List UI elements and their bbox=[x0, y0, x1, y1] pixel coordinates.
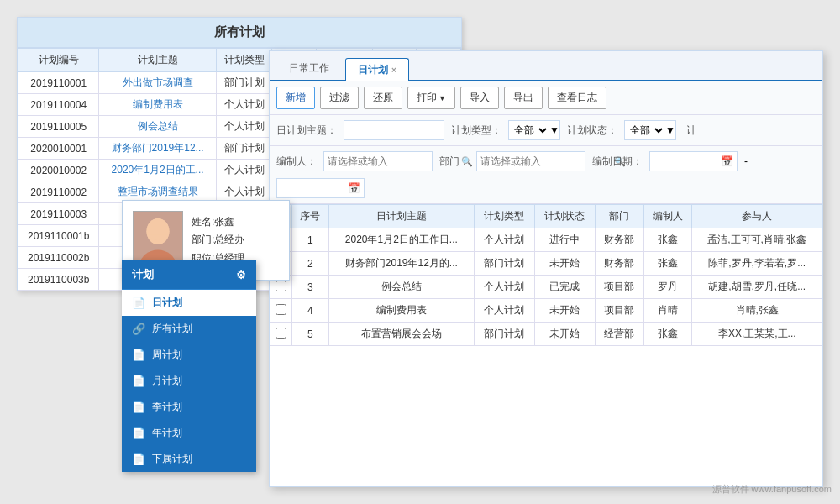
table-row[interactable]: 12020年1月2日的工作日...个人计划进行中财务部张鑫孟洁,王可可,肖晴,张… bbox=[270, 228, 822, 252]
dept-input-combo[interactable]: 🔍 bbox=[476, 151, 585, 171]
table-row[interactable]: 5布置营销展会会场部门计划未开始经营部张鑫李XX,王某某,王... bbox=[270, 323, 822, 346]
main-col-header: 计划状态 bbox=[534, 205, 595, 228]
status-label: 计划状态： bbox=[567, 123, 617, 138]
main-col-header: 部门 bbox=[595, 205, 643, 228]
row-checkbox[interactable] bbox=[276, 304, 286, 315]
sidebar-item-label: 周计划 bbox=[152, 348, 182, 362]
sidebar-item-label: 年计划 bbox=[152, 426, 182, 440]
plan-theme-link[interactable]: 布置营销展会会场 bbox=[328, 323, 474, 346]
sidebar-header: 计划 ⚙ bbox=[122, 260, 256, 290]
dept-input[interactable] bbox=[477, 152, 610, 171]
export-button[interactable]: 导出 bbox=[504, 87, 543, 109]
status-select[interactable]: 全部 bbox=[625, 121, 665, 139]
extra-label: 计 bbox=[686, 123, 696, 138]
sidebar-item-所有计划[interactable]: 🔗所有计划 bbox=[122, 316, 256, 342]
sidebar-title: 计划 bbox=[132, 267, 154, 282]
table-row[interactable]: 4编制费用表个人计划未开始项目部肖晴肖晴,张鑫 bbox=[270, 299, 822, 323]
theme-label: 日计划主题： bbox=[276, 123, 337, 138]
plan-theme-link[interactable]: 编制费用表 bbox=[328, 299, 474, 323]
date-label: 编制日期： bbox=[592, 155, 643, 169]
date-to-input[interactable]: 📅 bbox=[276, 178, 365, 198]
bg-col-header: 计划编号 bbox=[18, 49, 99, 72]
search-bar-row2: 编制人： 🔍 部门： 🔍 编制日期： 📅 - 📅 bbox=[270, 146, 822, 204]
sidebar-item-下属计划[interactable]: 📄下属计划 bbox=[122, 446, 256, 472]
user-info: 姓名:张鑫 部门:总经办 职位:总经理 bbox=[192, 213, 244, 268]
new-button[interactable]: 新增 bbox=[276, 87, 315, 109]
import-button[interactable]: 导入 bbox=[460, 87, 499, 109]
toolbar: 新增 过滤 还原 打印 ▼ 导入 导出 查看日志 bbox=[270, 81, 822, 115]
bg-panel-title: 所有计划 bbox=[18, 18, 461, 48]
sidebar-item-日计划[interactable]: 📄日计划 bbox=[122, 290, 256, 316]
date-from-input[interactable]: 📅 bbox=[649, 151, 738, 171]
sidebar-icon: 📄 bbox=[132, 427, 145, 439]
sidebar-item-label: 月计划 bbox=[152, 374, 182, 388]
type-label: 计划类型： bbox=[451, 123, 501, 138]
editor-label: 编制人： bbox=[276, 155, 317, 169]
row-checkbox[interactable] bbox=[276, 281, 286, 291]
sidebar-icon: 📄 bbox=[132, 401, 145, 413]
name-label: 姓名: bbox=[192, 216, 214, 228]
log-button[interactable]: 查看日志 bbox=[548, 87, 606, 109]
theme-input[interactable] bbox=[344, 120, 444, 140]
status-select-combo[interactable]: 全部 ▼ bbox=[624, 120, 676, 140]
type-dropdown-icon: ▼ bbox=[549, 124, 559, 136]
sidebar-icon: 📄 bbox=[132, 453, 145, 465]
filter-button[interactable]: 过滤 bbox=[320, 87, 359, 109]
search-bar-row1: 日计划主题： 计划类型： 全部 ▼ 计划状态： 全部 ▼ 计 bbox=[270, 115, 822, 146]
tab-日计划[interactable]: 日计划× bbox=[345, 58, 409, 81]
type-select[interactable]: 全部 bbox=[509, 121, 549, 139]
status-dropdown-icon: ▼ bbox=[665, 124, 675, 136]
tab-日常工作[interactable]: 日常工作 bbox=[276, 56, 342, 80]
table-row[interactable]: 2财务部门2019年12月的...部门计划未开始财务部张鑫陈菲,罗丹,李若若,罗… bbox=[270, 252, 822, 276]
main-panel: 日常工作日计划× 新增 过滤 还原 打印 ▼ 导入 导出 查看日志 日计划主题：… bbox=[269, 50, 823, 487]
bg-col-header: 计划类型 bbox=[216, 49, 272, 72]
calendar-icon[interactable]: 📅 bbox=[717, 155, 737, 167]
print-button[interactable]: 打印 ▼ bbox=[407, 87, 455, 109]
svg-point-3 bbox=[146, 218, 169, 244]
tab-close-icon[interactable]: × bbox=[391, 66, 396, 75]
main-col-header: 计划类型 bbox=[475, 205, 535, 228]
gear-icon[interactable]: ⚙ bbox=[236, 269, 246, 281]
sidebar-item-label: 下属计划 bbox=[152, 452, 192, 466]
date-separator: - bbox=[744, 155, 748, 167]
sidebar-icon: 📄 bbox=[132, 349, 145, 361]
print-dropdown-arrow: ▼ bbox=[438, 94, 446, 102]
main-col-header: 日计划主题 bbox=[328, 205, 474, 228]
main-col-header: 序号 bbox=[292, 205, 329, 228]
calendar-icon2[interactable]: 📅 bbox=[344, 182, 364, 194]
editor-input-combo[interactable]: 🔍 bbox=[323, 151, 433, 171]
plan-theme-link[interactable]: 2020年1月2日的工作日... bbox=[328, 228, 474, 252]
sidebar-item-label: 日计划 bbox=[152, 296, 182, 310]
restore-button[interactable]: 还原 bbox=[364, 87, 402, 109]
sidebar-item-周计划[interactable]: 📄周计划 bbox=[122, 342, 256, 368]
plan-theme-link[interactable]: 例会总结 bbox=[328, 276, 474, 299]
dept-label: 部门： bbox=[439, 155, 470, 169]
main-col-header: 编制人 bbox=[643, 205, 692, 228]
data-table-wrap: 序号日计划主题计划类型计划状态部门编制人参与人 12020年1月2日的工作日..… bbox=[270, 204, 822, 486]
sidebar-item-label: 所有计划 bbox=[152, 322, 192, 336]
dept-label: 部门: bbox=[192, 234, 214, 245]
sidebar-item-季计划[interactable]: 📄季计划 bbox=[122, 394, 256, 420]
tabs-bar: 日常工作日计划× bbox=[270, 51, 822, 81]
sidebar-icon: 📄 bbox=[132, 297, 145, 309]
date-from-field[interactable] bbox=[650, 155, 717, 167]
sidebar-item-年计划[interactable]: 📄年计划 bbox=[122, 420, 256, 446]
sidebar-icon: 🔗 bbox=[132, 323, 145, 335]
editor-input[interactable] bbox=[324, 152, 457, 171]
date-to-field[interactable] bbox=[277, 182, 344, 194]
watermark: 源普软件 www.fanpusoft.com bbox=[712, 483, 832, 496]
sidebar-item-label: 季计划 bbox=[152, 400, 182, 414]
sidebar-icon: 📄 bbox=[132, 375, 145, 387]
table-row[interactable]: 3例会总结个人计划已完成项目部罗丹胡建,胡雪,罗丹,任晓... bbox=[270, 276, 822, 299]
sidebar-item-月计划[interactable]: 📄月计划 bbox=[122, 368, 256, 394]
sidebar: 计划 ⚙ 📄日计划🔗所有计划📄周计划📄月计划📄季计划📄年计划📄下属计划 bbox=[122, 260, 256, 472]
main-col-header: 参与人 bbox=[692, 205, 822, 228]
bg-col-header: 计划主题 bbox=[99, 49, 216, 72]
row-checkbox[interactable] bbox=[276, 328, 286, 339]
name-value: 张鑫 bbox=[214, 216, 234, 228]
dept-value: 总经办 bbox=[214, 234, 244, 245]
plan-theme-link[interactable]: 财务部门2019年12月的... bbox=[328, 252, 474, 276]
type-select-combo[interactable]: 全部 ▼ bbox=[508, 120, 560, 140]
data-table: 序号日计划主题计划类型计划状态部门编制人参与人 12020年1月2日的工作日..… bbox=[270, 204, 822, 346]
